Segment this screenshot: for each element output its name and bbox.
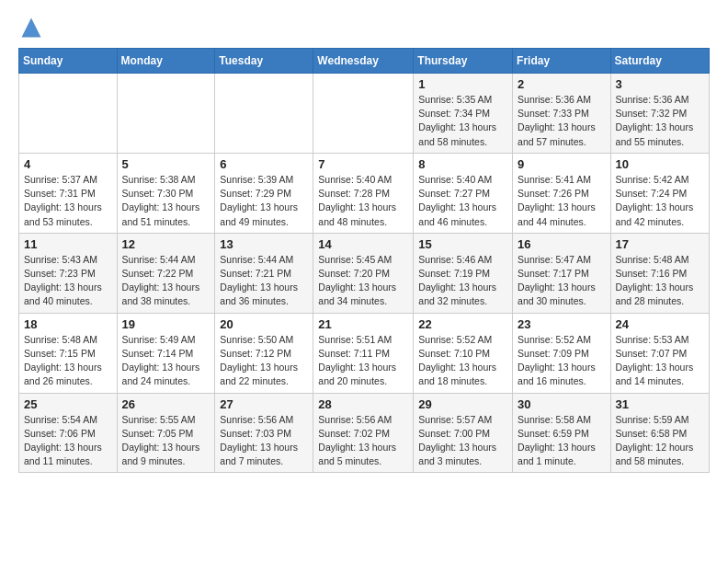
calendar-cell: 17Sunrise: 5:48 AMSunset: 7:16 PMDayligh… — [610, 233, 709, 313]
day-number: 4 — [24, 157, 112, 171]
calendar-cell — [19, 74, 118, 154]
day-number: 31 — [616, 397, 704, 411]
day-info: Sunrise: 5:48 AMSunset: 7:16 PMDaylight:… — [616, 253, 704, 309]
calendar-cell: 19Sunrise: 5:49 AMSunset: 7:14 PMDayligh… — [117, 313, 215, 393]
header-friday: Friday — [513, 49, 611, 74]
day-number: 21 — [318, 317, 408, 331]
day-info: Sunrise: 5:52 AMSunset: 7:09 PMDaylight:… — [518, 333, 606, 389]
day-number: 30 — [518, 397, 606, 411]
calendar-cell: 16Sunrise: 5:47 AMSunset: 7:17 PMDayligh… — [513, 233, 611, 313]
day-number: 27 — [220, 397, 308, 411]
day-info: Sunrise: 5:40 AMSunset: 7:28 PMDaylight:… — [318, 173, 408, 229]
day-number: 26 — [122, 397, 210, 411]
day-number: 9 — [518, 157, 606, 171]
calendar-cell: 2Sunrise: 5:36 AMSunset: 7:33 PMDaylight… — [513, 74, 611, 154]
day-info: Sunrise: 5:40 AMSunset: 7:27 PMDaylight:… — [418, 173, 507, 229]
calendar-cell: 31Sunrise: 5:59 AMSunset: 6:58 PMDayligh… — [610, 393, 709, 473]
calendar-cell: 8Sunrise: 5:40 AMSunset: 7:27 PMDaylight… — [414, 153, 513, 233]
calendar-cell — [313, 74, 414, 154]
day-info: Sunrise: 5:36 AMSunset: 7:33 PMDaylight:… — [518, 93, 606, 149]
day-number: 24 — [616, 317, 704, 331]
logo — [18, 15, 48, 40]
calendar-cell: 7Sunrise: 5:40 AMSunset: 7:28 PMDaylight… — [313, 153, 414, 233]
day-number: 16 — [518, 237, 606, 251]
day-number: 19 — [122, 317, 210, 331]
day-info: Sunrise: 5:56 AMSunset: 7:03 PMDaylight:… — [220, 413, 308, 469]
calendar-cell: 3Sunrise: 5:36 AMSunset: 7:32 PMDaylight… — [610, 74, 709, 154]
calendar-cell: 26Sunrise: 5:55 AMSunset: 7:05 PMDayligh… — [117, 393, 215, 473]
day-number: 6 — [220, 157, 308, 171]
day-number: 17 — [616, 237, 704, 251]
day-info: Sunrise: 5:57 AMSunset: 7:00 PMDaylight:… — [418, 413, 507, 469]
day-info: Sunrise: 5:42 AMSunset: 7:24 PMDaylight:… — [616, 173, 704, 229]
calendar-cell: 22Sunrise: 5:52 AMSunset: 7:10 PMDayligh… — [414, 313, 513, 393]
calendar-cell: 29Sunrise: 5:57 AMSunset: 7:00 PMDayligh… — [414, 393, 513, 473]
calendar-cell: 13Sunrise: 5:44 AMSunset: 7:21 PMDayligh… — [215, 233, 313, 313]
day-number: 2 — [518, 77, 606, 91]
day-info: Sunrise: 5:53 AMSunset: 7:07 PMDaylight:… — [616, 333, 704, 389]
day-number: 15 — [418, 237, 507, 251]
day-number: 1 — [418, 77, 507, 91]
day-number: 11 — [24, 237, 112, 251]
day-info: Sunrise: 5:49 AMSunset: 7:14 PMDaylight:… — [122, 333, 210, 389]
day-info: Sunrise: 5:37 AMSunset: 7:31 PMDaylight:… — [24, 173, 112, 229]
header-tuesday: Tuesday — [215, 49, 313, 74]
day-info: Sunrise: 5:36 AMSunset: 7:32 PMDaylight:… — [616, 93, 704, 149]
calendar-week-4: 18Sunrise: 5:48 AMSunset: 7:15 PMDayligh… — [19, 313, 710, 393]
day-number: 13 — [220, 237, 308, 251]
day-number: 23 — [518, 317, 606, 331]
calendar-cell: 1Sunrise: 5:35 AMSunset: 7:34 PMDaylight… — [414, 74, 513, 154]
day-number: 18 — [24, 317, 112, 331]
header-thursday: Thursday — [414, 49, 513, 74]
calendar-cell: 25Sunrise: 5:54 AMSunset: 7:06 PMDayligh… — [19, 393, 118, 473]
day-info: Sunrise: 5:48 AMSunset: 7:15 PMDaylight:… — [24, 333, 112, 389]
header-wednesday: Wednesday — [313, 49, 414, 74]
day-number: 5 — [122, 157, 210, 171]
day-number: 8 — [418, 157, 507, 171]
day-info: Sunrise: 5:41 AMSunset: 7:26 PMDaylight:… — [518, 173, 606, 229]
calendar-header-row: SundayMondayTuesdayWednesdayThursdayFrid… — [19, 49, 710, 74]
day-info: Sunrise: 5:44 AMSunset: 7:22 PMDaylight:… — [122, 253, 210, 309]
calendar-cell: 10Sunrise: 5:42 AMSunset: 7:24 PMDayligh… — [610, 153, 709, 233]
calendar-cell: 21Sunrise: 5:51 AMSunset: 7:11 PMDayligh… — [313, 313, 414, 393]
day-info: Sunrise: 5:44 AMSunset: 7:21 PMDaylight:… — [220, 253, 308, 309]
day-info: Sunrise: 5:35 AMSunset: 7:34 PMDaylight:… — [418, 93, 507, 149]
calendar-cell: 18Sunrise: 5:48 AMSunset: 7:15 PMDayligh… — [19, 313, 118, 393]
calendar-cell — [215, 74, 313, 154]
calendar-header: SundayMondayTuesdayWednesdayThursdayFrid… — [19, 49, 710, 74]
day-number: 10 — [616, 157, 704, 171]
calendar-cell: 30Sunrise: 5:58 AMSunset: 6:59 PMDayligh… — [513, 393, 611, 473]
calendar-table: SundayMondayTuesdayWednesdayThursdayFrid… — [18, 48, 710, 473]
day-info: Sunrise: 5:56 AMSunset: 7:02 PMDaylight:… — [318, 413, 408, 469]
day-info: Sunrise: 5:43 AMSunset: 7:23 PMDaylight:… — [24, 253, 112, 309]
day-number: 28 — [318, 397, 408, 411]
day-info: Sunrise: 5:50 AMSunset: 7:12 PMDaylight:… — [220, 333, 308, 389]
calendar-cell: 24Sunrise: 5:53 AMSunset: 7:07 PMDayligh… — [610, 313, 709, 393]
calendar-cell: 14Sunrise: 5:45 AMSunset: 7:20 PMDayligh… — [313, 233, 414, 313]
day-number: 22 — [418, 317, 507, 331]
calendar-week-3: 11Sunrise: 5:43 AMSunset: 7:23 PMDayligh… — [19, 233, 710, 313]
calendar-week-1: 1Sunrise: 5:35 AMSunset: 7:34 PMDaylight… — [19, 74, 710, 154]
day-info: Sunrise: 5:46 AMSunset: 7:19 PMDaylight:… — [418, 253, 507, 309]
calendar-cell: 9Sunrise: 5:41 AMSunset: 7:26 PMDaylight… — [513, 153, 611, 233]
day-info: Sunrise: 5:59 AMSunset: 6:58 PMDaylight:… — [616, 413, 704, 469]
day-info: Sunrise: 5:51 AMSunset: 7:11 PMDaylight:… — [318, 333, 408, 389]
logo-icon — [18, 15, 44, 40]
calendar-cell — [117, 74, 215, 154]
day-number: 12 — [122, 237, 210, 251]
day-number: 20 — [220, 317, 308, 331]
day-info: Sunrise: 5:55 AMSunset: 7:05 PMDaylight:… — [122, 413, 210, 469]
calendar-cell: 12Sunrise: 5:44 AMSunset: 7:22 PMDayligh… — [117, 233, 215, 313]
header-sunday: Sunday — [19, 49, 118, 74]
calendar-week-5: 25Sunrise: 5:54 AMSunset: 7:06 PMDayligh… — [19, 393, 710, 473]
day-number: 7 — [318, 157, 408, 171]
calendar-cell: 5Sunrise: 5:38 AMSunset: 7:30 PMDaylight… — [117, 153, 215, 233]
calendar-cell: 4Sunrise: 5:37 AMSunset: 7:31 PMDaylight… — [19, 153, 118, 233]
calendar-cell: 11Sunrise: 5:43 AMSunset: 7:23 PMDayligh… — [19, 233, 118, 313]
day-info: Sunrise: 5:39 AMSunset: 7:29 PMDaylight:… — [220, 173, 308, 229]
day-number: 25 — [24, 397, 112, 411]
day-info: Sunrise: 5:52 AMSunset: 7:10 PMDaylight:… — [418, 333, 507, 389]
calendar-cell: 6Sunrise: 5:39 AMSunset: 7:29 PMDaylight… — [215, 153, 313, 233]
day-info: Sunrise: 5:54 AMSunset: 7:06 PMDaylight:… — [24, 413, 112, 469]
calendar-cell: 23Sunrise: 5:52 AMSunset: 7:09 PMDayligh… — [513, 313, 611, 393]
